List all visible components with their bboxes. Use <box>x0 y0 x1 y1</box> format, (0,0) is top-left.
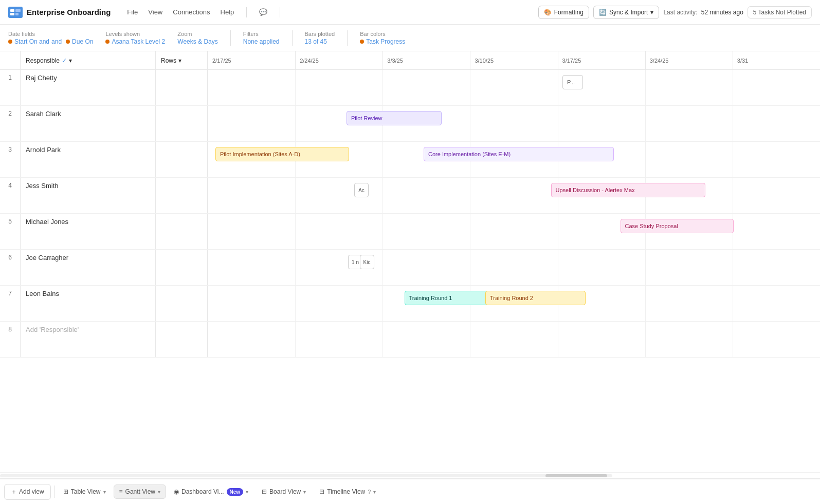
add-view-button[interactable]: ＋ Add view <box>4 484 51 500</box>
colors-value[interactable]: Task Progress <box>360 38 405 45</box>
row-extra <box>156 106 207 141</box>
date-col-2: 3/3/25 <box>382 51 470 69</box>
timeline-col <box>295 178 382 213</box>
row-number: 3 <box>0 142 21 177</box>
timeline-chevron-icon: ▾ <box>373 489 376 495</box>
row-number: 1 <box>0 70 21 105</box>
gantt-bar[interactable]: Case Study Proposal <box>621 219 734 233</box>
sync-chevron-icon: ▾ <box>650 9 653 16</box>
nav-connections[interactable]: Connections <box>169 6 214 18</box>
toolbar-zoom[interactable]: Zoom Weeks & Days <box>177 31 217 45</box>
gantt-header: Responsible ✓ ▾ Rows ▾ 2/17/25 2/24/25 3… <box>0 51 820 70</box>
gantt-bar[interactable]: P... <box>562 75 583 89</box>
timeline-col <box>208 322 295 357</box>
date-fields-due: Due On <box>72 38 93 45</box>
board-icon: ⊟ <box>262 488 267 495</box>
sync-button[interactable]: 🔄 Sync & Import ▾ <box>593 6 659 19</box>
levels-label: Levels shown <box>105 31 165 37</box>
row-extra <box>156 322 207 357</box>
timeline-col <box>295 286 382 321</box>
gantt-bar[interactable]: Pilot Review <box>347 111 442 125</box>
timeline-help-icon[interactable]: ? <box>368 489 371 495</box>
toolbar-filters[interactable]: Filters None applied <box>243 31 280 45</box>
gantt-bar[interactable]: Upsell Discussion - Alertex Max <box>551 183 705 197</box>
formatting-button[interactable]: 🎨 Formatting <box>538 6 589 19</box>
bars-value[interactable]: 13 of 45 <box>305 38 335 45</box>
gantt-timeline <box>208 322 820 357</box>
row-responsible-name: Sarah Clark <box>21 106 156 141</box>
row-placeholder[interactable]: Add 'Responsible' <box>26 326 79 333</box>
responsible-header[interactable]: Responsible ✓ ▾ <box>21 51 156 69</box>
logo-icon <box>8 7 23 18</box>
tab-dashboard-view[interactable]: ◉ Dashboard Vi... New ▾ <box>168 484 254 499</box>
responsible-chevron-icon[interactable]: ▾ <box>69 57 72 64</box>
tab-board-view[interactable]: ⊟ Board View ▾ <box>256 484 312 499</box>
gantt-bar[interactable]: Ac <box>354 183 369 197</box>
timeline-icon: ⊟ <box>319 488 324 495</box>
nav-view[interactable]: View <box>144 6 167 18</box>
toolbar-divider <box>230 30 231 46</box>
row-number: 7 <box>0 286 21 321</box>
header-actions: 🎨 Formatting 🔄 Sync & Import ▾ Last acti… <box>538 6 812 19</box>
date-fields-label: Date fields <box>8 31 93 37</box>
gantt-row: 8Add 'Responsible' <box>0 322 820 358</box>
scrollbar-track[interactable] <box>0 474 612 477</box>
zoom-value[interactable]: Weeks & Days <box>177 38 217 45</box>
gantt-timeline: AcUpsell Discussion - Alertex Max <box>208 178 820 213</box>
main-area: Responsible ✓ ▾ Rows ▾ 2/17/25 2/24/25 3… <box>0 51 820 478</box>
tab-gantt-view[interactable]: ≡ Gantt View ▾ <box>114 484 167 499</box>
app-header: Enterprise Onboarding File View Connecti… <box>0 0 820 25</box>
gantt-row: 1Raj ChettyP... <box>0 70 820 106</box>
header-divider-2 <box>280 7 280 17</box>
row-responsible-name: Joe Carragher <box>21 250 156 285</box>
timeline-col <box>558 250 645 285</box>
timeline-col <box>733 178 820 213</box>
gantt-bar[interactable]: Training Round 2 <box>485 291 586 305</box>
timeline-col <box>208 106 295 141</box>
nav-help[interactable]: Help <box>216 6 239 18</box>
timeline-col <box>208 178 295 213</box>
svg-rect-1 <box>10 13 14 15</box>
dashboard-view-label: Dashboard Vi... <box>181 488 224 495</box>
row-extra <box>156 178 207 213</box>
levels-value[interactable]: Asana Task Level 2 <box>105 38 165 45</box>
gantt-icon: ≡ <box>119 488 123 495</box>
gantt-row: 2Sarah ClarkPilot Review <box>0 106 820 142</box>
filters-value[interactable]: None applied <box>243 38 280 45</box>
rows-header[interactable]: Rows ▾ <box>156 51 207 69</box>
row-responsible-name: Raj Chetty <box>21 70 156 105</box>
tab-timeline-view[interactable]: ⊟ Timeline View ? ▾ <box>314 484 381 499</box>
tasks-not-plotted-button[interactable]: 5 Tasks Not Plotted <box>748 6 812 18</box>
gantt-bar[interactable]: Core Implementation (Sites E-M) <box>424 147 614 161</box>
colors-label: Bar colors <box>360 31 405 37</box>
toolbar-bars[interactable]: Bars plotted 13 of 45 <box>305 31 335 45</box>
timeline-col <box>733 106 820 141</box>
row-extra <box>156 70 207 105</box>
svg-rect-0 <box>10 9 14 12</box>
date-col-5: 3/24/25 <box>645 51 733 69</box>
rows-chevron-icon: ▾ <box>178 57 181 64</box>
nav-file[interactable]: File <box>123 6 142 18</box>
due-dot-icon <box>66 40 70 44</box>
row-extra <box>156 142 207 177</box>
timeline-col <box>382 70 470 105</box>
timeline-col <box>733 286 820 321</box>
gantt-bar[interactable]: Kic <box>360 255 374 269</box>
app-logo: Enterprise Onboarding <box>8 7 111 18</box>
gantt-bar[interactable]: Pilot Implementation (Sites A-D) <box>215 147 349 161</box>
date-fields-value[interactable]: Start On and and Due On <box>8 38 93 45</box>
add-view-label: Add view <box>19 488 44 495</box>
toolbar-levels[interactable]: Levels shown Asana Task Level 2 <box>105 31 165 45</box>
scrollbar-thumb[interactable] <box>545 474 607 477</box>
tab-table-view[interactable]: ⊞ Table View ▾ <box>58 484 112 499</box>
toolbar-date-fields[interactable]: Date fields Start On and and Due On <box>8 31 93 45</box>
formatting-label: Formatting <box>554 9 584 16</box>
gantt-timeline: Pilot Implementation (Sites A-D)Core Imp… <box>208 142 820 177</box>
toolbar-colors[interactable]: Bar colors Task Progress <box>360 31 405 45</box>
chat-icon[interactable]: 💬 <box>255 6 271 18</box>
timeline-col <box>470 322 557 357</box>
timeline-col <box>295 322 382 357</box>
timeline-col <box>295 70 382 105</box>
timeline-col <box>558 322 645 357</box>
date-col-1: 2/24/25 <box>295 51 382 69</box>
